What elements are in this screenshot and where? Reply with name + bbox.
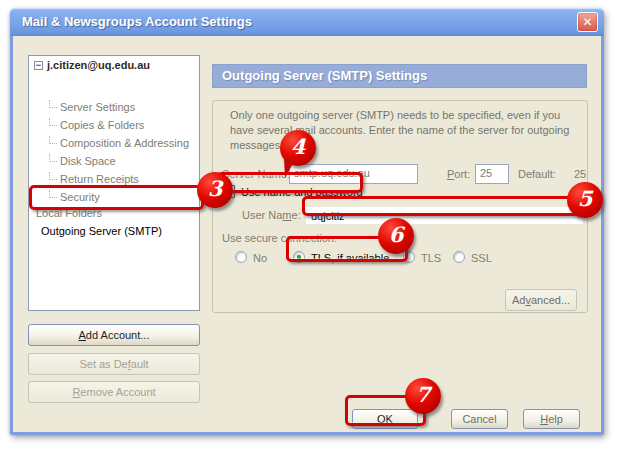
cancel-button[interactable]: Cancel — [451, 409, 508, 429]
set-as-default-button[interactable]: Set as Default — [28, 353, 200, 375]
radio-tls-if-available-label: TLS, if available — [311, 252, 389, 264]
radio-ssl[interactable] — [453, 251, 465, 263]
radio-selected-dot — [297, 255, 301, 259]
secure-connection-label: Use secure connection: — [222, 232, 337, 244]
screenshot-stage: Mail & Newsgroups Account Settings ✕ −j.… — [0, 0, 619, 452]
radio-ssl-label: SSL — [471, 252, 492, 264]
use-name-password-label: Use name and password — [241, 186, 363, 198]
dialog-client-area: −j.citizen@uq.edu.au Server Settings Cop… — [10, 36, 604, 435]
tree-item-label: Security — [60, 191, 100, 203]
tree-item-return-receipts[interactable]: Return Receipts — [29, 172, 199, 185]
accounts-tree[interactable]: −j.citizen@uq.edu.au Server Settings Cop… — [28, 55, 200, 311]
remove-account-button[interactable]: Remove Account — [28, 381, 200, 403]
advanced-button[interactable]: Advanced... — [505, 289, 577, 311]
tree-item-server-settings[interactable]: Server Settings — [29, 100, 199, 113]
radio-tls[interactable] — [403, 251, 415, 263]
tree-item-label: Composition & Addressing — [60, 137, 189, 149]
user-name-input[interactable]: uqjcitiz — [306, 207, 583, 224]
server-name-input[interactable]: smtp.uq.edu.au — [289, 164, 418, 184]
smtp-description: Only one outgoing server (SMTP) needs to… — [230, 108, 586, 153]
tree-item-label: Server Settings — [60, 101, 135, 113]
radio-tls-label: TLS — [421, 252, 441, 264]
account-name: j.citizen@uq.edu.au — [47, 59, 150, 71]
panel-heading-text: Outgoing Server (SMTP) Settings — [222, 68, 427, 83]
server-name-label: Server Name: — [222, 168, 290, 180]
tree-item-account[interactable]: −j.citizen@uq.edu.au — [34, 59, 200, 71]
tree-item-label: Local Folders — [36, 207, 102, 219]
close-icon[interactable]: ✕ — [577, 12, 598, 32]
add-account-button[interactable]: Add Account... — [28, 324, 200, 346]
tree-item-label: Outgoing Server (SMTP) — [41, 225, 162, 237]
tree-item-disk-space[interactable]: Disk Space — [29, 154, 199, 167]
radio-tls-if-available[interactable] — [293, 251, 305, 263]
default-port-value: 25 — [574, 168, 586, 180]
account-settings-dialog: Mail & Newsgroups Account Settings ✕ −j.… — [10, 8, 604, 435]
tree-item-label: Return Receipts — [60, 173, 139, 185]
tree-item-local-folders[interactable]: Local Folders — [29, 207, 199, 219]
user-name-label: User Name: — [242, 209, 301, 221]
tree-item-label: Disk Space — [60, 155, 116, 167]
tree-item-outgoing-server[interactable]: Outgoing Server (SMTP) — [29, 225, 199, 237]
default-port-label: Default: — [518, 168, 556, 180]
port-input[interactable]: 25 — [475, 164, 509, 184]
window-title: Mail & Newsgroups Account Settings — [22, 14, 252, 29]
tree-item-label: Copies & Folders — [60, 119, 144, 131]
tree-item-copies-folders[interactable]: Copies & Folders — [29, 118, 199, 131]
tree-item-security[interactable]: Security — [29, 190, 199, 203]
help-button[interactable]: Help — [523, 409, 580, 429]
panel-heading: Outgoing Server (SMTP) Settings — [212, 64, 587, 88]
collapse-icon[interactable]: − — [34, 61, 43, 70]
use-name-password-checkbox[interactable]: ✓ — [222, 185, 235, 198]
ok-button[interactable]: OK — [352, 409, 418, 429]
port-label: Port: — [447, 168, 470, 180]
check-icon: ✓ — [223, 184, 233, 198]
window-titlebar[interactable]: Mail & Newsgroups Account Settings ✕ — [10, 8, 604, 36]
tree-item-composition-addressing[interactable]: Composition & Addressing — [29, 136, 199, 149]
radio-no[interactable] — [235, 251, 247, 263]
radio-no-label: No — [253, 252, 267, 264]
